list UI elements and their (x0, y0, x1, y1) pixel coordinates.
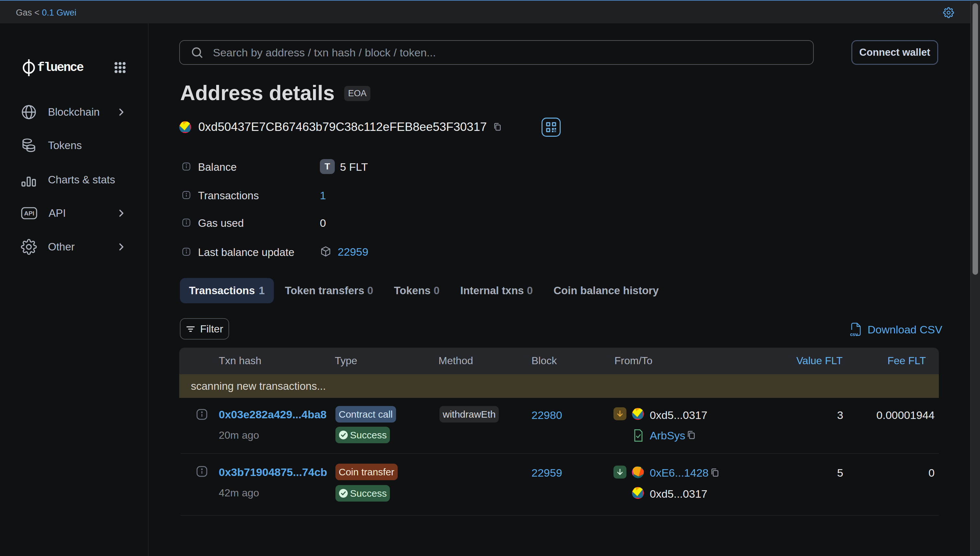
svg-text:csv: csv (850, 331, 858, 337)
svg-text:API: API (24, 210, 34, 217)
